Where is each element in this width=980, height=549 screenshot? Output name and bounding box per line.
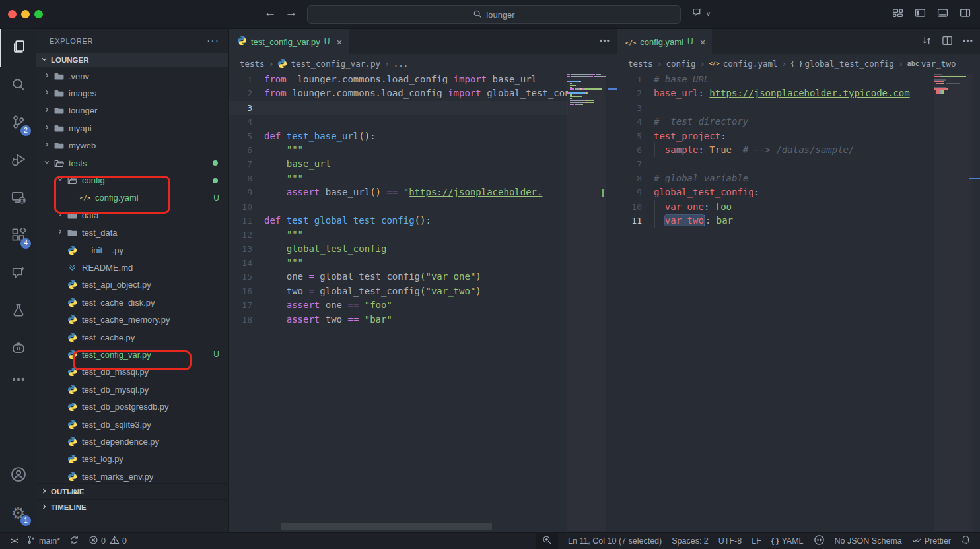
tree-item-config[interactable]: config — [36, 172, 228, 189]
copilot-menu-button[interactable]: ∨ — [692, 7, 711, 20]
breadcrumb-item[interactable]: test_config_var.py — [291, 59, 380, 69]
status-item-indentation[interactable]: Spaces: 2 — [672, 533, 709, 549]
tree-item-test_config_var.py[interactable]: test_config_var.py U — [36, 346, 228, 363]
tab-test_config_var.py[interactable]: test_config_var.py U × — [229, 29, 349, 54]
code-line-13[interactable]: 13 global_test_config — [229, 242, 568, 256]
customize-layout-icon[interactable] — [892, 7, 903, 18]
code-line-18[interactable]: 18 assert two == "bar" — [229, 313, 568, 327]
breadcrumb-item[interactable]: var_two — [921, 59, 956, 69]
tree-item-test_db_postgresdb.py[interactable]: test_db_postgresdb.py — [36, 398, 228, 415]
code-line-11[interactable]: 11 var_two: bar — [617, 214, 931, 228]
window-maximize-button[interactable] — [34, 10, 43, 18]
code-line-10[interactable]: 10 — [229, 200, 568, 214]
command-center-search[interactable]: lounger — [307, 5, 681, 24]
code-line-15[interactable]: 15 one = global_test_config("var_one") — [229, 270, 568, 284]
status-item-remote-indicator[interactable]: >< — [11, 533, 17, 549]
explorer-more-actions-button[interactable]: ··· — [207, 35, 219, 47]
status-item-json-schema[interactable]: No JSON Schema — [835, 533, 902, 549]
activity-bar-item-robot[interactable] — [0, 330, 36, 368]
minimap-right[interactable] — [934, 74, 973, 531]
code-line-9[interactable]: 9global_test_config: — [617, 185, 931, 199]
horizontal-scrollbar[interactable] — [281, 523, 492, 530]
tree-item-test_dependence.py[interactable]: test_dependence.py — [36, 433, 228, 450]
status-item-problems[interactable]: 00 — [88, 533, 127, 549]
breadcrumb-item[interactable]: tests — [628, 59, 653, 69]
tree-item-myweb[interactable]: myweb — [36, 137, 228, 154]
workspace-section-header[interactable]: LOUNGER — [36, 53, 228, 67]
window-close-button[interactable] — [8, 10, 17, 18]
code-line-6[interactable]: 6 """ — [229, 143, 568, 157]
code-line-10[interactable]: 10 var_one: foo — [617, 200, 931, 214]
code-editor-right[interactable]: 1# base URL 2base_url: https://jsonplace… — [617, 73, 980, 532]
activity-bar-item-explorer[interactable] — [0, 29, 36, 67]
status-item-copilot-status[interactable] — [814, 533, 825, 549]
toggle-primary-sidebar-icon[interactable] — [915, 7, 926, 18]
code-line-16[interactable]: 16 two = global_test_config("var_two") — [229, 284, 568, 298]
activity-bar-item-account[interactable] — [0, 457, 36, 494]
code-line-9[interactable]: 9 assert base_url() == "https://jsonplac… — [229, 185, 568, 199]
code-editor-left[interactable]: 1from lounger.commons.load_config import… — [229, 73, 617, 532]
code-line-8[interactable]: 8# global variable — [617, 172, 931, 185]
code-line-8[interactable]: 8 """ — [229, 172, 568, 185]
code-line-4[interactable]: 4# test directory — [617, 115, 931, 129]
code-line-7[interactable]: 7 — [617, 157, 931, 171]
code-line-17[interactable]: 17 assert one == "foo" — [229, 298, 568, 312]
activity-bar-item-source-control[interactable]: 2 — [0, 104, 36, 142]
activity-bar-item-copilot-chat[interactable] — [0, 255, 36, 292]
tree-item-test_log.py[interactable]: test_log.py — [36, 451, 228, 468]
navigate-forward-button[interactable]: → — [283, 5, 300, 20]
status-item-git-branch[interactable]: main* — [26, 533, 60, 549]
code-line-3[interactable]: 3 — [229, 101, 568, 115]
activity-bar-item-more[interactable] — [0, 368, 36, 394]
tree-item-myapi[interactable]: myapi — [36, 119, 228, 137]
tree-item-test_cache.py[interactable]: test_cache.py — [36, 329, 228, 346]
tree-item-test_api_object.py[interactable]: test_api_object.py — [36, 276, 228, 294]
activity-bar-item-settings[interactable]: ⚙ 1 — [0, 494, 36, 532]
code-line-14[interactable]: 14 """ — [229, 256, 568, 270]
window-minimize-button[interactable] — [21, 10, 30, 18]
status-item-prettier[interactable]: Prettier — [912, 533, 951, 549]
activity-bar-item-testing[interactable] — [0, 292, 36, 330]
tree-item-test_db_mysql.py[interactable]: test_db_mysql.py — [36, 381, 228, 398]
tree-item-config.yaml[interactable]: </> config.yaml U — [36, 189, 228, 207]
activity-bar-item-remote-explorer[interactable] — [0, 179, 36, 217]
tree-item-test_db_sqlite3.py[interactable]: test_db_sqlite3.py — [36, 416, 228, 433]
toggle-panel-icon[interactable] — [937, 7, 948, 18]
minimap-left[interactable] — [567, 74, 606, 531]
toggle-secondary-sidebar-icon[interactable] — [960, 7, 971, 18]
activity-bar-item-run-and-debug[interactable] — [0, 142, 36, 179]
tree-item-images[interactable]: images — [36, 84, 228, 102]
tree-item-data[interactable]: data — [36, 207, 228, 224]
tree-item-test_data[interactable]: test_data — [36, 224, 228, 242]
code-line-7[interactable]: 7 base_url — [229, 157, 568, 171]
status-item-sync[interactable] — [69, 533, 79, 549]
tree-item-__init__.py[interactable]: __init__.py — [36, 242, 228, 259]
more-actions-icon[interactable] — [599, 35, 610, 49]
navigate-back-button[interactable]: ← — [262, 5, 279, 20]
panel-header-outline[interactable]: OUTLINE — [36, 483, 229, 499]
status-item-encoding[interactable]: UTF-8 — [718, 533, 742, 549]
tree-item-.venv[interactable]: .venv — [36, 67, 228, 84]
status-item-eol[interactable]: LF — [752, 533, 761, 549]
status-item-notifications[interactable] — [961, 533, 971, 549]
breadcrumb-item[interactable]: global_test_config — [804, 59, 893, 69]
more-actions-icon[interactable] — [962, 35, 973, 49]
code-line-2[interactable]: 2from lounger.commons.load_config import… — [229, 86, 568, 100]
status-item-zoom-status[interactable] — [536, 533, 558, 549]
code-line-4[interactable]: 4 — [229, 115, 568, 129]
tree-item-lounger[interactable]: lounger — [36, 102, 228, 119]
tree-item-test_cache_memory.py[interactable]: test_cache_memory.py — [36, 311, 228, 328]
code-line-5[interactable]: 5test_project: — [617, 129, 931, 143]
tree-item-tests[interactable]: tests — [36, 154, 228, 172]
breadcrumb-item[interactable]: tests — [240, 59, 265, 69]
tab-config.yaml[interactable]: </> config.yaml U × — [617, 29, 712, 54]
split-editor-icon[interactable] — [942, 35, 953, 49]
code-line-6[interactable]: 6 sample: True # --> /datas/sample/ — [617, 143, 931, 157]
panel-header-timeline[interactable]: TIMELINE — [36, 499, 229, 515]
tree-item-README.md[interactable]: README.md — [36, 259, 228, 276]
code-line-2[interactable]: 2base_url: https://jsonplaceholder.typic… — [617, 86, 931, 100]
activity-bar-item-extensions[interactable]: 4 — [0, 217, 36, 255]
status-item-language-mode[interactable]: { }YAML — [771, 533, 804, 549]
breadcrumb-item[interactable]: config — [666, 59, 695, 69]
activity-bar-item-search[interactable] — [0, 67, 36, 104]
